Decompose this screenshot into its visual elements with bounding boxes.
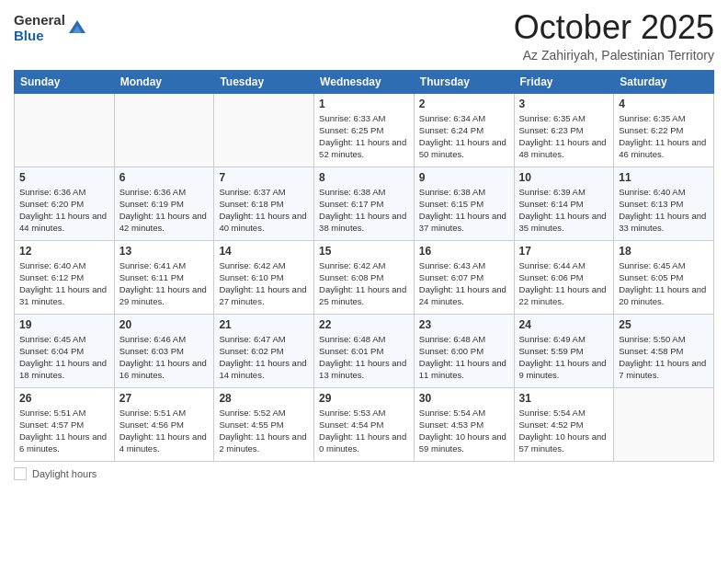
- day-number: 15: [319, 245, 409, 258]
- day-number: 9: [419, 171, 509, 184]
- header-row: SundayMondayTuesdayWednesdayThursdayFrid…: [15, 70, 714, 93]
- day-number: 30: [419, 392, 509, 405]
- month-title: October 2025: [514, 9, 714, 46]
- calendar-table: SundayMondayTuesdayWednesdayThursdayFrid…: [14, 70, 714, 462]
- calendar-cell: 25Sunrise: 5:50 AM Sunset: 4:58 PM Dayli…: [614, 314, 714, 387]
- calendar-cell: 9Sunrise: 6:38 AM Sunset: 6:15 PM Daylig…: [414, 167, 514, 240]
- calendar-cell: 2Sunrise: 6:34 AM Sunset: 6:24 PM Daylig…: [414, 93, 514, 167]
- calendar-cell: 1Sunrise: 6:33 AM Sunset: 6:25 PM Daylig…: [314, 93, 415, 167]
- day-number: 26: [19, 392, 109, 405]
- calendar-cell: 17Sunrise: 6:44 AM Sunset: 6:06 PM Dayli…: [514, 240, 614, 314]
- day-number: 25: [619, 318, 709, 331]
- calendar-cell: 13Sunrise: 6:41 AM Sunset: 6:11 PM Dayli…: [114, 240, 214, 314]
- cell-content: Sunrise: 6:39 AM Sunset: 6:14 PM Dayligh…: [519, 186, 609, 235]
- cell-content: Sunrise: 6:45 AM Sunset: 6:04 PM Dayligh…: [19, 333, 109, 382]
- logo-text: General Blue: [14, 13, 65, 43]
- cell-content: Sunrise: 6:43 AM Sunset: 6:07 PM Dayligh…: [419, 259, 509, 308]
- day-number: 21: [219, 318, 309, 331]
- calendar-cell: 15Sunrise: 6:42 AM Sunset: 6:08 PM Dayli…: [314, 240, 415, 314]
- cell-content: Sunrise: 6:42 AM Sunset: 6:08 PM Dayligh…: [319, 259, 409, 308]
- calendar-cell: 5Sunrise: 6:36 AM Sunset: 6:20 PM Daylig…: [15, 167, 115, 240]
- calendar-cell: 18Sunrise: 6:45 AM Sunset: 6:05 PM Dayli…: [614, 240, 714, 314]
- calendar-cell: 19Sunrise: 6:45 AM Sunset: 6:04 PM Dayli…: [15, 314, 115, 387]
- cell-content: Sunrise: 6:35 AM Sunset: 6:23 PM Dayligh…: [519, 112, 609, 161]
- cell-content: Sunrise: 6:48 AM Sunset: 6:00 PM Dayligh…: [419, 333, 509, 382]
- page: General Blue October 2025 Az Zahiriyah, …: [0, 0, 728, 563]
- cell-content: Sunrise: 5:52 AM Sunset: 4:55 PM Dayligh…: [219, 407, 309, 455]
- calendar-cell: 24Sunrise: 6:49 AM Sunset: 5:59 PM Dayli…: [514, 314, 614, 387]
- calendar-cell: 28Sunrise: 5:52 AM Sunset: 4:55 PM Dayli…: [214, 387, 314, 461]
- cell-content: Sunrise: 6:35 AM Sunset: 6:22 PM Dayligh…: [619, 112, 709, 161]
- day-number: 17: [519, 245, 609, 258]
- day-number: 12: [19, 245, 109, 258]
- header: General Blue October 2025 Az Zahiriyah, …: [14, 9, 714, 63]
- cell-content: Sunrise: 6:47 AM Sunset: 6:02 PM Dayligh…: [219, 333, 309, 382]
- calendar-cell: 10Sunrise: 6:39 AM Sunset: 6:14 PM Dayli…: [514, 167, 614, 240]
- day-number: 28: [219, 392, 309, 405]
- calendar-cell: 4Sunrise: 6:35 AM Sunset: 6:22 PM Daylig…: [614, 93, 714, 167]
- calendar-cell: [15, 93, 115, 167]
- day-number: 8: [319, 171, 409, 184]
- calendar-cell: 29Sunrise: 5:53 AM Sunset: 4:54 PM Dayli…: [314, 387, 415, 461]
- day-number: 20: [119, 318, 210, 331]
- day-header-friday: Friday: [514, 70, 614, 93]
- cell-content: Sunrise: 6:44 AM Sunset: 6:06 PM Dayligh…: [519, 259, 609, 308]
- cell-content: Sunrise: 6:36 AM Sunset: 6:20 PM Dayligh…: [19, 186, 109, 235]
- calendar-cell: 31Sunrise: 5:54 AM Sunset: 4:52 PM Dayli…: [514, 387, 614, 461]
- day-number: 2: [419, 98, 509, 110]
- cell-content: Sunrise: 6:40 AM Sunset: 6:13 PM Dayligh…: [619, 186, 709, 235]
- calendar-cell: 30Sunrise: 5:54 AM Sunset: 4:53 PM Dayli…: [414, 387, 514, 461]
- day-number: 3: [519, 98, 609, 110]
- location-subtitle: Az Zahiriyah, Palestinian Territory: [514, 48, 714, 63]
- cell-content: Sunrise: 6:41 AM Sunset: 6:11 PM Dayligh…: [119, 259, 210, 308]
- calendar-cell: 20Sunrise: 6:46 AM Sunset: 6:03 PM Dayli…: [114, 314, 214, 387]
- cell-content: Sunrise: 6:45 AM Sunset: 6:05 PM Dayligh…: [619, 259, 709, 308]
- calendar-cell: 22Sunrise: 6:48 AM Sunset: 6:01 PM Dayli…: [314, 314, 415, 387]
- day-header-thursday: Thursday: [414, 70, 514, 93]
- cell-content: Sunrise: 5:50 AM Sunset: 4:58 PM Dayligh…: [619, 333, 709, 382]
- day-number: 27: [119, 392, 210, 405]
- cell-content: Sunrise: 6:36 AM Sunset: 6:19 PM Dayligh…: [119, 186, 210, 235]
- cell-content: Sunrise: 6:38 AM Sunset: 6:15 PM Dayligh…: [419, 186, 509, 235]
- calendar-cell: 11Sunrise: 6:40 AM Sunset: 6:13 PM Dayli…: [614, 167, 714, 240]
- legend-label: Daylight hours: [32, 468, 97, 479]
- calendar-cell: 12Sunrise: 6:40 AM Sunset: 6:12 PM Dayli…: [15, 240, 115, 314]
- calendar-cell: [114, 93, 214, 167]
- day-header-wednesday: Wednesday: [314, 70, 415, 93]
- cell-content: Sunrise: 6:42 AM Sunset: 6:10 PM Dayligh…: [219, 259, 309, 308]
- day-number: 29: [319, 392, 409, 405]
- logo: General Blue: [14, 13, 87, 43]
- day-number: 11: [619, 171, 709, 184]
- calendar-cell: 7Sunrise: 6:37 AM Sunset: 6:18 PM Daylig…: [214, 167, 314, 240]
- week-row: 5Sunrise: 6:36 AM Sunset: 6:20 PM Daylig…: [15, 167, 714, 240]
- calendar-cell: 3Sunrise: 6:35 AM Sunset: 6:23 PM Daylig…: [514, 93, 614, 167]
- cell-content: Sunrise: 6:40 AM Sunset: 6:12 PM Dayligh…: [19, 259, 109, 308]
- cell-content: Sunrise: 6:38 AM Sunset: 6:17 PM Dayligh…: [319, 186, 409, 235]
- calendar-cell: [214, 93, 314, 167]
- calendar-cell: [614, 387, 714, 461]
- day-number: 16: [419, 245, 509, 258]
- cell-content: Sunrise: 6:48 AM Sunset: 6:01 PM Dayligh…: [319, 333, 409, 382]
- cell-content: Sunrise: 5:51 AM Sunset: 4:57 PM Dayligh…: [19, 407, 109, 455]
- day-number: 23: [419, 318, 509, 331]
- day-number: 24: [519, 318, 609, 331]
- day-number: 14: [219, 245, 309, 258]
- day-number: 6: [119, 171, 210, 184]
- calendar-cell: 16Sunrise: 6:43 AM Sunset: 6:07 PM Dayli…: [414, 240, 514, 314]
- day-header-monday: Monday: [114, 70, 214, 93]
- day-number: 7: [219, 171, 309, 184]
- day-number: 22: [319, 318, 409, 331]
- cell-content: Sunrise: 6:34 AM Sunset: 6:24 PM Dayligh…: [419, 112, 509, 161]
- day-number: 19: [19, 318, 109, 331]
- cell-content: Sunrise: 6:37 AM Sunset: 6:18 PM Dayligh…: [219, 186, 309, 235]
- cell-content: Sunrise: 6:33 AM Sunset: 6:25 PM Dayligh…: [319, 112, 409, 161]
- day-header-saturday: Saturday: [614, 70, 714, 93]
- cell-content: Sunrise: 5:54 AM Sunset: 4:52 PM Dayligh…: [519, 407, 609, 455]
- logo-icon: [67, 17, 87, 37]
- calendar-cell: 27Sunrise: 5:51 AM Sunset: 4:56 PM Dayli…: [114, 387, 214, 461]
- legend-box: [14, 467, 27, 480]
- week-row: 1Sunrise: 6:33 AM Sunset: 6:25 PM Daylig…: [15, 93, 714, 167]
- week-row: 26Sunrise: 5:51 AM Sunset: 4:57 PM Dayli…: [15, 387, 714, 461]
- logo-general: General: [14, 13, 65, 29]
- day-number: 18: [619, 245, 709, 258]
